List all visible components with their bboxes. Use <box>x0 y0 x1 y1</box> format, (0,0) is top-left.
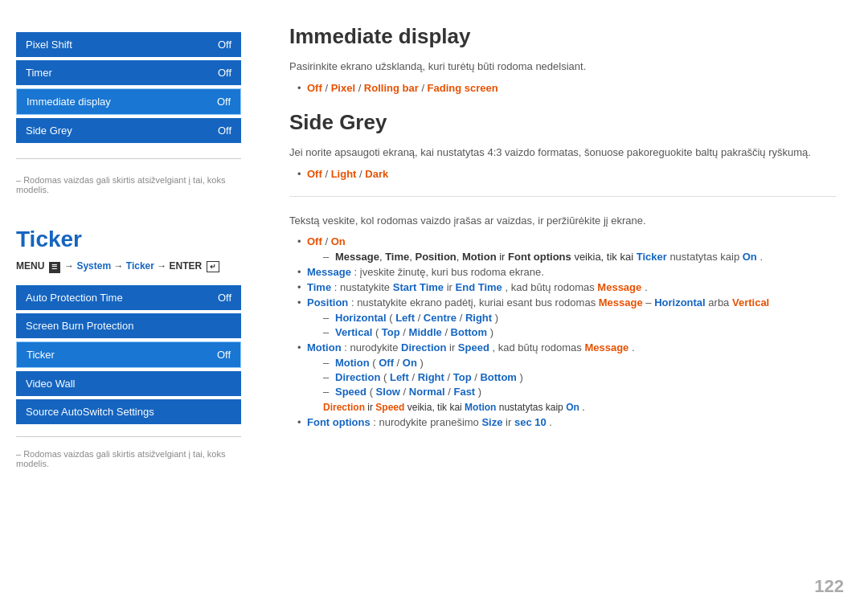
side-grey-desc: Jei norite apsaugoti ekraną, kai nustaty… <box>289 145 836 161</box>
t-left: Left <box>395 312 415 324</box>
t-pos-text: : nustatykite ekrano padėtį, kuriai esan… <box>351 296 599 309</box>
t-note-text2: nustatytas kaip <box>499 402 566 413</box>
menu-item-source-autoswitch[interactable]: Source AutoSwitch Settings <box>16 399 241 424</box>
side-grey-section: Side Grey Jei norite apsaugoti ekraną, k… <box>289 110 836 180</box>
t-spd-slow: Slow <box>376 386 400 398</box>
t-font-dot: . <box>549 416 552 428</box>
t-time-text1: : nustatykite <box>334 281 393 293</box>
ticker-sub-item-1: Message, Time, Position, Motion ir Font … <box>323 251 836 263</box>
t-dir-end: ) <box>520 371 523 383</box>
t-font: Font options <box>307 416 371 428</box>
ticker-bullets: Off / On Message, Time, Position, Motion… <box>297 235 836 428</box>
t-dot2: . <box>645 281 648 293</box>
ticker-bullet-message: Message : įveskite žinutę, kuri bus rodo… <box>297 266 836 278</box>
menu-nav-enter-label: ENTER <box>170 260 203 272</box>
divider-bottom <box>16 436 241 437</box>
divider-top <box>16 158 241 159</box>
menu-item-pixel-shift[interactable]: Pixel Shift Off <box>16 32 241 57</box>
menu-nav-ticker: Ticker <box>126 260 154 272</box>
ticker-sub-vertical: Vertical ( Top / Middle / Bottom ) <box>323 326 836 338</box>
ticker-right-section: Tekstą veskite, kol rodomas vaizdo įraša… <box>289 213 836 429</box>
t-note-on: On <box>566 402 579 413</box>
ticker-section-left: Ticker MENU ☰ → System → Ticker → ENTER … <box>16 227 241 468</box>
right-panel: Immediate display Pasirinkite ekrano užs… <box>257 0 868 613</box>
sg-light: Light <box>331 168 357 180</box>
t-top: Top <box>382 326 400 338</box>
menu-item-immediate-display[interactable]: Immediate display Off <box>16 88 241 115</box>
sg-dark: Dark <box>365 168 388 180</box>
menu-label-side-grey: Side Grey <box>26 125 72 137</box>
menu-nav-arrow3: → <box>157 260 169 272</box>
menu-item-video-wall[interactable]: Video Wall <box>16 371 241 396</box>
t-note-motion: Motion <box>465 402 496 413</box>
side-grey-title: Side Grey <box>289 110 836 135</box>
top-menu-section: Pixel Shift Off Timer Off Immediate disp… <box>16 32 241 146</box>
menu-label-video-wall: Video Wall <box>26 378 75 390</box>
sep3: / <box>421 82 427 94</box>
t-middle: Middle <box>409 326 442 338</box>
bottom-note: – Rodomas vaizdas gali skirtis atsižvelg… <box>16 449 241 468</box>
t-motion-msg: Message <box>584 341 628 353</box>
t-m-text: ( <box>372 357 375 369</box>
menu-item-screen-burn[interactable]: Screen Burn Protection <box>16 313 241 338</box>
t-motion-ir: ir <box>449 341 458 353</box>
t-spd-end: ) <box>478 386 481 398</box>
option-fading-screen: Fading screen <box>428 82 498 94</box>
t-dir-bottom: Bottom <box>480 371 517 383</box>
t-m-on: On <box>403 357 417 369</box>
t-sep: / <box>325 235 330 247</box>
ticker-bullet-time: Time : nustatykite Start Time ir End Tim… <box>297 281 836 293</box>
t-arba: arba <box>708 296 732 309</box>
t-spd-text: ( <box>370 386 373 398</box>
t-centre: Centre <box>424 312 457 324</box>
menu-value-auto-protection: Off <box>218 292 231 304</box>
t-v-sep1: / <box>403 326 408 338</box>
t-nustatytas: nustatytas kaip <box>669 251 742 263</box>
menu-nav-arrow1: → <box>64 260 76 272</box>
t-direction: Direction <box>401 341 446 353</box>
t-font-text: : nurodykite pranešimo <box>373 416 481 428</box>
ticker-sub-list-1: Message, Time, Position, Motion ir Font … <box>323 251 836 263</box>
t-note-speed: Speed <box>375 402 404 413</box>
t-spd: Speed <box>335 386 366 398</box>
t-dir-left: Left <box>390 371 409 383</box>
left-panel: Pixel Shift Off Timer Off Immediate disp… <box>0 0 257 613</box>
t-v: Vertical <box>335 326 372 338</box>
menu-label-source-autoswitch: Source AutoSwitch Settings <box>26 406 154 418</box>
t-v-text: ( <box>375 326 379 338</box>
t-start-time: Start Time <box>393 281 444 293</box>
t-dot1: . <box>760 251 763 263</box>
t-end-time: End Time <box>456 281 502 293</box>
menu-item-auto-protection[interactable]: Auto Protection Time Off <box>16 285 241 310</box>
t-off: Off <box>307 235 322 247</box>
immediate-display-title: Immediate display <box>289 24 836 49</box>
ticker-bullet-font: Font options : nurodykite pranešimo Size… <box>297 416 836 428</box>
t-h-end: ) <box>495 312 498 324</box>
motion-note: Direction ir Speed veikia, tik kai Motio… <box>323 401 836 413</box>
t-message-ref: Message <box>597 281 641 293</box>
t-motion-text2: , kad būtų rodomas <box>493 341 585 353</box>
menu-item-timer[interactable]: Timer Off <box>16 60 241 85</box>
menu-label-ticker: Ticker <box>27 349 55 361</box>
side-grey-options: Off / Light / Dark <box>297 168 836 180</box>
t-v-end: ) <box>490 326 493 338</box>
t-note-ir: ir <box>367 402 375 413</box>
t-message: Message, Time, Position, Motion ir Font … <box>335 251 637 263</box>
immediate-display-desc: Pasirinkite ekrano užsklandą, kuri turėt… <box>289 59 836 76</box>
t-msg-text: : įveskite žinutę, kuri bus rodoma ekran… <box>354 266 544 278</box>
side-grey-option: Off / Light / Dark <box>297 168 836 180</box>
menu-value-ticker: Off <box>217 349 231 361</box>
menu-item-ticker[interactable]: Ticker Off <box>16 341 241 368</box>
t-font-ir: ir <box>506 416 514 428</box>
t-speed: Speed <box>458 341 489 353</box>
t-dir-top: Top <box>453 371 472 383</box>
option-pixel: Pixel <box>331 82 355 94</box>
menu-nav-enter-icon: ↵ <box>207 261 219 272</box>
section-divider <box>289 196 836 197</box>
sg-off: Off <box>307 168 322 180</box>
sep2: / <box>358 82 364 94</box>
menu-item-side-grey[interactable]: Side Grey Off <box>16 118 241 143</box>
t-on-ref: On <box>743 251 757 263</box>
option-rolling-bar: Rolling bar <box>364 82 419 94</box>
ticker-bullet-offon: Off / On Message, Time, Position, Motion… <box>297 235 836 263</box>
